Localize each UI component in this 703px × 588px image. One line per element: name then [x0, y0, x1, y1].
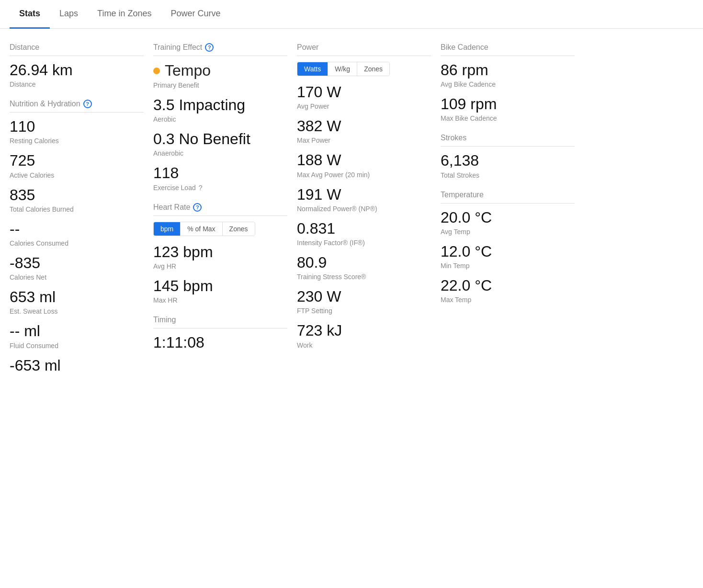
power-btn-group: Watts W/kg Zones	[297, 62, 390, 76]
tab-laps[interactable]: Laps	[50, 0, 88, 29]
max-cadence-value: 109 rpm	[441, 96, 575, 113]
stat-active-calories: 725 Active Calories	[10, 152, 144, 179]
stat-avg-cadence: 86 rpm Avg Bike Cadence	[441, 62, 575, 88]
fluid-consumed-label: Fluid Consumed	[10, 342, 144, 350]
orange-dot-icon	[153, 68, 160, 74]
heart-rate-btn-group: bpm % of Max Zones	[153, 222, 255, 236]
stat-total-calories: 835 Total Calories Burned	[10, 187, 144, 213]
anaerobic-label: Anaerobic	[153, 149, 287, 157]
normalized-power-label: Normalized Power® (NP®)	[297, 205, 431, 213]
intensity-factor-label: Intensity Factor® (IF®)	[297, 239, 431, 247]
total-calories-label: Total Calories Burned	[10, 205, 144, 213]
work-label: Work	[297, 341, 431, 349]
calories-net-label: Calories Net	[10, 273, 144, 281]
anaerobic-value: 0.3 No Benefit	[153, 131, 287, 147]
avg-hr-value: 123 bpm	[153, 244, 287, 260]
stat-anaerobic: 0.3 No Benefit Anaerobic	[153, 131, 287, 157]
sweat-loss-value: 653 ml	[10, 289, 144, 305]
section-header-distance: Distance	[10, 43, 144, 56]
avg-cadence-value: 86 rpm	[441, 62, 575, 79]
section-nutrition: Nutrition & Hydration ? 110 Resting Calo…	[10, 100, 144, 374]
resting-calories-label: Resting Calories	[10, 137, 144, 145]
tab-time-in-zones[interactable]: Time in Zones	[88, 0, 161, 29]
work-value: 723 kJ	[297, 322, 431, 339]
stat-total-strokes: 6,138 Total Strokes	[441, 152, 575, 179]
stat-max-avg-power: 188 W Max Avg Power (20 min)	[297, 152, 431, 178]
column-3: Power Watts W/kg Zones 170 W Avg Power 3…	[297, 43, 441, 385]
hr-bpm-button[interactable]: bpm	[154, 222, 181, 236]
ftp-label: FTP Setting	[297, 307, 431, 315]
temperature-header-label: Temperature	[441, 191, 484, 199]
power-watts-button[interactable]: Watts	[297, 62, 328, 76]
max-avg-power-value: 188 W	[297, 152, 431, 169]
heart-rate-help-icon[interactable]: ?	[193, 203, 202, 212]
stat-work: 723 kJ Work	[297, 322, 431, 349]
stat-max-power: 382 W Max Power	[297, 118, 431, 144]
timing-header-label: Timing	[153, 316, 176, 324]
max-hr-label: Max HR	[153, 296, 287, 304]
avg-temp-value: 20.0 °C	[441, 209, 575, 226]
training-effect-primary-label: Primary Benefit	[153, 81, 287, 89]
stat-max-hr: 145 bpm Max HR	[153, 278, 287, 304]
avg-hr-label: Avg HR	[153, 262, 287, 270]
section-header-heart-rate: Heart Rate ?	[153, 203, 287, 216]
max-power-value: 382 W	[297, 118, 431, 135]
stat-aerobic: 3.5 Impacting Aerobic	[153, 97, 287, 123]
stat-sweat-loss: 653 ml Est. Sweat Loss	[10, 289, 144, 315]
stats-content: Distance 26.94 km Distance Nutrition & H…	[0, 29, 703, 395]
stat-calories-net: -835 Calories Net	[10, 255, 144, 281]
aerobic-value: 3.5 Impacting	[153, 97, 287, 113]
ftp-value: 230 W	[297, 288, 431, 305]
stat-min-temp: 12.0 °C Min Temp	[441, 243, 575, 270]
stat-normalized-power: 191 W Normalized Power® (NP®)	[297, 186, 431, 213]
section-timing: Timing 1:11:08	[153, 316, 287, 351]
stat-avg-hr: 123 bpm Avg HR	[153, 244, 287, 270]
stat-intensity-factor: 0.831 Intensity Factor® (IF®)	[297, 220, 431, 247]
section-temperature: Temperature 20.0 °C Avg Temp 12.0 °C Min…	[441, 191, 575, 304]
stat-timing: 1:11:08	[153, 334, 287, 351]
stat-calories-consumed: -- Calories Consumed	[10, 221, 144, 247]
fluid-net-value: -653 ml	[10, 357, 144, 374]
training-effect-header-label: Training Effect	[153, 43, 202, 52]
distance-header-label: Distance	[10, 43, 39, 52]
avg-power-value: 170 W	[297, 84, 431, 101]
tab-bar: Stats Laps Time in Zones Power Curve	[0, 0, 703, 29]
stat-resting-calories: 110 Resting Calories	[10, 118, 144, 145]
max-avg-power-label: Max Avg Power (20 min)	[297, 171, 431, 179]
intensity-factor-value: 0.831	[297, 220, 431, 237]
training-stress-label: Training Stress Score®	[297, 273, 431, 281]
stat-avg-temp: 20.0 °C Avg Temp	[441, 209, 575, 236]
hr-pct-max-button[interactable]: % of Max	[181, 222, 222, 236]
strokes-header-label: Strokes	[441, 134, 466, 142]
nutrition-help-icon[interactable]: ?	[83, 100, 92, 108]
max-power-label: Max Power	[297, 136, 431, 144]
power-header-label: Power	[297, 43, 318, 52]
hr-zones-button[interactable]: Zones	[223, 222, 255, 236]
active-calories-value: 725	[10, 152, 144, 169]
section-header-temperature: Temperature	[441, 191, 575, 204]
avg-temp-label: Avg Temp	[441, 228, 575, 236]
power-wkg-button[interactable]: W/kg	[328, 62, 357, 76]
max-temp-label: Max Temp	[441, 296, 575, 304]
power-zones-button[interactable]: Zones	[357, 62, 389, 76]
section-distance: Distance 26.94 km Distance	[10, 43, 144, 88]
max-temp-value: 22.0 °C	[441, 277, 575, 294]
calories-net-value: -835	[10, 255, 144, 271]
max-hr-value: 145 bpm	[153, 278, 287, 294]
section-header-power: Power	[297, 43, 431, 56]
heart-rate-header-label: Heart Rate	[153, 203, 190, 212]
stat-training-stress: 80.9 Training Stress Score®	[297, 254, 431, 281]
tab-stats[interactable]: Stats	[10, 0, 50, 29]
section-header-training-effect: Training Effect ?	[153, 43, 287, 56]
section-strokes: Strokes 6,138 Total Strokes	[441, 134, 575, 179]
section-training-effect: Training Effect ? Tempo Primary Benefit …	[153, 43, 287, 192]
tab-power-curve[interactable]: Power Curve	[161, 0, 230, 29]
exercise-load-help-icon[interactable]: ?	[199, 184, 203, 192]
training-stress-value: 80.9	[297, 254, 431, 271]
training-effect-help-icon[interactable]: ?	[205, 43, 214, 52]
calories-consumed-value: --	[10, 221, 144, 237]
stat-ftp: 230 W FTP Setting	[297, 288, 431, 315]
stat-exercise-load: 118 Exercise Load ?	[153, 165, 287, 191]
stat-fluid-net: -653 ml	[10, 357, 144, 374]
stat-max-cadence: 109 rpm Max Bike Cadence	[441, 96, 575, 122]
